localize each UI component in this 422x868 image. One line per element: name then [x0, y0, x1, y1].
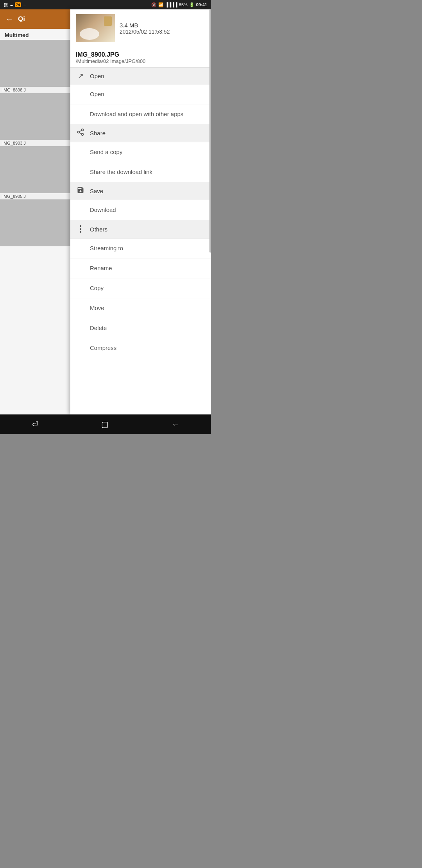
menu-item-open-text: Open	[90, 91, 104, 97]
save-icon	[76, 186, 85, 196]
svg-point-1	[78, 131, 80, 133]
mute-icon: 🔇	[151, 2, 157, 7]
bg-section-title: Multimed	[0, 29, 74, 40]
context-menu-overlay: 3.4 MB 2012/05/02 11:53:52 IMG_8900.JPG …	[70, 9, 211, 414]
open-section-header: ↗ Open	[70, 68, 211, 84]
menu-item-streaming[interactable]: Streaming to	[70, 239, 211, 258]
menu-item-open[interactable]: Open	[70, 84, 211, 104]
file-name: IMG_8900.JPG	[76, 51, 206, 58]
menu-item-delete-text: Delete	[90, 325, 107, 331]
file-metadata: 3.4 MB 2012/05/02 11:53:52	[120, 22, 206, 35]
menu-item-download-text: Download	[90, 206, 116, 213]
status-right: 🔇 📶 ▐▐▐▐ 85% 🔋 09:41	[151, 2, 207, 7]
bg-app-title: Qi	[18, 15, 25, 23]
bottom-navigation: ⏎ ▢ ←	[0, 414, 211, 434]
food-thumbnail-2	[0, 93, 74, 140]
wifi-icon: 📶	[158, 2, 164, 7]
menu-item-send-copy-text: Send a copy	[90, 149, 122, 155]
menu-item-share-link-text: Share the download link	[90, 169, 152, 175]
menu-item-move-text: Move	[90, 305, 104, 311]
nav-home-button[interactable]: ←	[164, 417, 187, 432]
menu-item-copy[interactable]: Copy	[70, 278, 211, 298]
save-section-label: Save	[90, 188, 103, 194]
list-item: IMG_8905.J	[0, 146, 74, 199]
battery-icon: 🔋	[189, 2, 195, 7]
menu-item-send-copy[interactable]: Send a copy	[70, 142, 211, 162]
svg-point-2	[82, 133, 84, 135]
file-thumbnail	[76, 14, 115, 42]
others-icon: ⋮	[76, 224, 85, 234]
background-app: ← Qi Multimed IMG_8898.J IMG_8903.J IMG_…	[0, 9, 74, 414]
food-thumbnail-3	[0, 146, 74, 193]
menu-item-copy-text: Copy	[90, 285, 104, 291]
file-header: 3.4 MB 2012/05/02 11:53:52	[70, 9, 211, 47]
list-item: IMG_8903.J	[0, 93, 74, 146]
menu-item-rename[interactable]: Rename	[70, 258, 211, 278]
others-section-label: Others	[90, 226, 107, 233]
more-status-icon: ···	[23, 3, 26, 7]
notification-badge: 74	[15, 2, 21, 7]
menu-item-streaming-text: Streaming to	[90, 245, 123, 251]
svg-line-3	[79, 133, 82, 134]
list-item	[0, 199, 74, 246]
bg-back-button[interactable]: ←	[5, 15, 13, 24]
menu-item-rename-text: Rename	[90, 265, 112, 271]
menu-item-delete[interactable]: Delete	[70, 318, 211, 338]
file-date: 2012/05/02 11:53:52	[120, 29, 206, 35]
file-size: 3.4 MB	[120, 22, 206, 29]
menu-item-compress-text: Compress	[90, 344, 116, 351]
image-label-3: IMG_8905.J	[0, 193, 74, 199]
status-bar: 🖼 ☁ 74 ··· 🔇 📶 ▐▐▐▐ 85% 🔋 09:41	[0, 0, 211, 9]
svg-line-4	[79, 130, 82, 131]
clock: 09:41	[196, 2, 207, 7]
food-thumbnail-4	[0, 199, 74, 246]
file-name-section: IMG_8900.JPG /Multimedia/02 Image/JPG/80…	[70, 47, 211, 68]
share-section-header: Share	[70, 124, 211, 142]
photo-status-icon: 🖼	[4, 3, 8, 7]
menu-item-move[interactable]: Move	[70, 298, 211, 318]
bg-image-grid: IMG_8898.J IMG_8903.J IMG_8905.J	[0, 40, 74, 246]
menu-item-download-open[interactable]: Download and open with other apps	[70, 104, 211, 124]
open-icon: ↗	[76, 72, 85, 80]
image-label-2: IMG_8903.J	[0, 140, 74, 146]
menu-item-compress[interactable]: Compress	[70, 338, 211, 358]
bg-toolbar: ← Qi	[0, 9, 74, 29]
nav-recent-button[interactable]: ▢	[93, 416, 116, 432]
list-item: IMG_8898.J	[0, 40, 74, 93]
menu-item-download-open-text: Download and open with other apps	[90, 111, 183, 117]
food-thumbnail-1	[0, 40, 74, 87]
plate-decoration	[80, 28, 99, 40]
menu-item-download[interactable]: Download	[70, 200, 211, 220]
file-path: /Multimedia/02 Image/JPG/800	[76, 58, 206, 64]
scroll-indicator	[209, 9, 211, 253]
open-section-label: Open	[90, 73, 104, 79]
signal-icon: ▐▐▐▐	[165, 2, 177, 7]
battery-level: 85%	[179, 2, 188, 7]
status-bar-left: 🖼 ☁ 74 ···	[4, 2, 149, 7]
share-icon	[76, 128, 85, 138]
cup-decoration	[104, 16, 112, 26]
image-label-1: IMG_8898.J	[0, 87, 74, 93]
menu-item-share-link[interactable]: Share the download link	[70, 162, 211, 182]
save-section-header: Save	[70, 182, 211, 200]
share-section-label: Share	[90, 130, 106, 136]
cloud-status-icon: ☁	[9, 3, 13, 7]
nav-back-button[interactable]: ⏎	[24, 416, 46, 432]
others-section-header: ⋮ Others	[70, 220, 211, 239]
svg-point-0	[82, 129, 84, 131]
